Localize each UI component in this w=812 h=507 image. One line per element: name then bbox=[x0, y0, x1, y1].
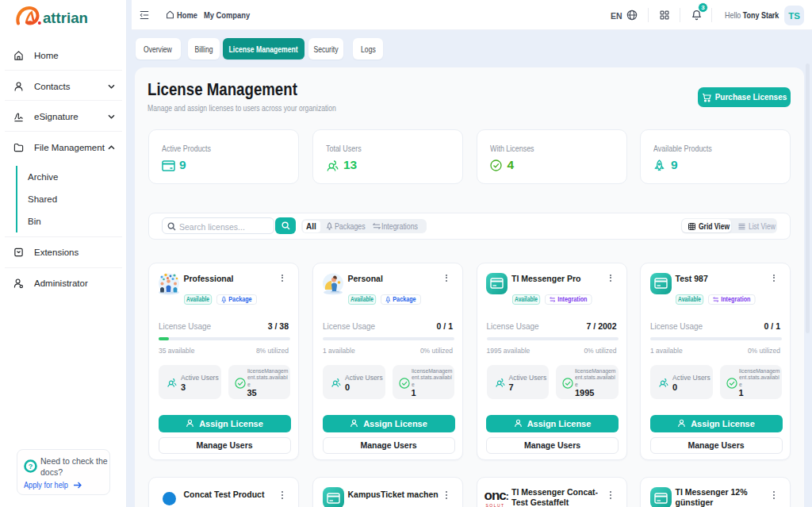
svg-text:?: ? bbox=[29, 463, 33, 471]
svg-text:attrian: attrian bbox=[43, 10, 88, 26]
